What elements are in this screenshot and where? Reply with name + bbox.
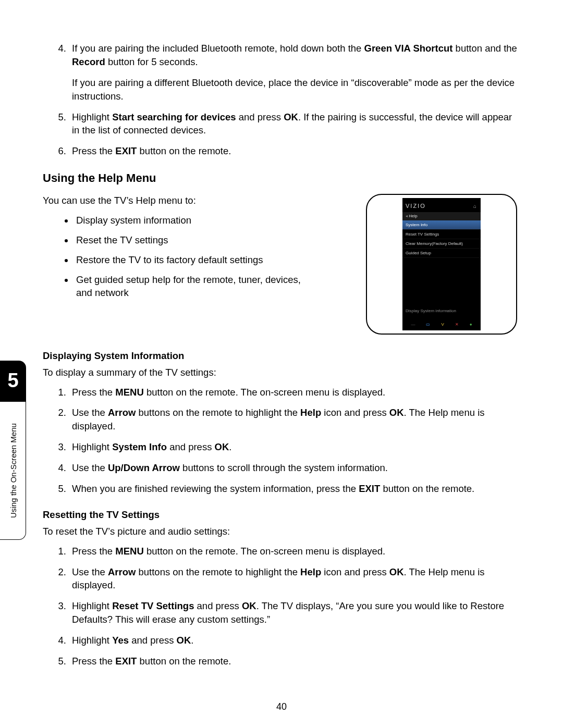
text: button and the — [452, 43, 517, 54]
system-info-steps: Press the MENU button on the remote. The… — [43, 386, 517, 496]
text: Highlight — [72, 441, 112, 452]
menu-row-clear-memory: Clear Memory(Factory Default) — [402, 239, 481, 249]
chapter-number: 5 — [0, 361, 26, 402]
blue-icon: ▭ — [426, 322, 430, 327]
text: and press — [129, 635, 177, 646]
text: buttons on the remote to highlight the — [136, 407, 300, 418]
list-item: Use the Arrow buttons on the remote to h… — [69, 406, 517, 433]
list-item: Highlight Reset TV Settings and press OK… — [69, 599, 517, 626]
text-bold: Arrow — [108, 407, 136, 418]
text-bold: MENU — [115, 546, 143, 557]
text: button on the remote. — [380, 483, 474, 494]
page-number: 40 — [0, 700, 563, 713]
list-item: Press the EXIT button on the remote. — [69, 144, 517, 158]
menu-row-reset-tv: Reset TV Settings — [402, 230, 481, 239]
text: Use the — [72, 462, 108, 473]
subhead-resetting-tv: Resetting the TV Settings — [43, 508, 517, 522]
text-bold: EXIT — [115, 656, 137, 667]
text: Highlight — [72, 600, 112, 611]
text: If you are pairing the included Bluetoot… — [72, 43, 364, 54]
text-bold: Yes — [112, 635, 129, 646]
text: button on the remote. — [137, 145, 231, 156]
tv-button-row: — ▭ V ✕ ● — [402, 319, 481, 328]
text-bold: OK — [389, 407, 404, 418]
list-item: Press the MENU button on the remote. The… — [69, 545, 517, 558]
text: button for 5 seconds. — [105, 56, 198, 67]
tv-screen: VIZIO ⌂ Help System Info Reset TV Settin… — [402, 198, 481, 330]
text: Use the — [72, 407, 108, 418]
text-bold: Help — [300, 407, 321, 418]
text-bold: Help — [300, 566, 321, 577]
list-item: Use the Arrow buttons on the remote to h… — [69, 565, 517, 593]
reset-tv-steps: Press the MENU button on the remote. The… — [43, 545, 517, 668]
page-content: If you are pairing the included Bluetoot… — [43, 42, 517, 681]
list-item: Press the MENU button on the remote. The… — [69, 386, 517, 399]
text: button on the remote. — [137, 656, 231, 667]
text: and press — [167, 441, 215, 452]
text: If you are pairing a different Bluetooth… — [72, 77, 515, 102]
text: and press — [194, 600, 242, 611]
text-bold: System Info — [112, 441, 167, 452]
text: Press the — [72, 387, 115, 398]
text: Press the — [72, 656, 115, 667]
text-bold: EXIT — [359, 483, 380, 494]
text: When you are finished reviewing the syst… — [72, 483, 359, 494]
text: and press — [236, 112, 284, 122]
red-icon: ✕ — [455, 322, 459, 327]
text: button on the remote. The on-screen menu… — [144, 387, 385, 398]
text: icon and press — [321, 566, 389, 577]
text: Highlight — [72, 635, 112, 646]
text: icon and press — [321, 407, 389, 418]
menu-row-guided-setup: Guided Setup — [402, 249, 481, 258]
text-bold: Arrow — [108, 566, 136, 577]
side-tab: 5 Using the On-Screen Menu — [0, 361, 26, 540]
list-item: Use the Up/Down Arrow buttons to scroll … — [69, 461, 517, 475]
text-bold: MENU — [115, 387, 143, 398]
list-item: Get guided setup help for the remote, tu… — [74, 273, 319, 300]
text: button on the remote. The on-screen menu… — [144, 546, 385, 557]
tv-frame: VIZIO ⌂ Help System Info Reset TV Settin… — [366, 194, 517, 335]
text-bold: OK — [215, 441, 229, 452]
tv-brand-bar: VIZIO ⌂ — [402, 200, 481, 212]
text-bold: Start searching for devices — [112, 112, 236, 122]
chapter-label-box: Using the On-Screen Menu — [0, 402, 26, 540]
chapter-label: Using the On-Screen Menu — [7, 423, 18, 518]
list-item: Highlight System Info and press OK. — [69, 440, 517, 454]
home-icon: ⌂ — [473, 203, 478, 210]
green-icon: ● — [470, 322, 472, 327]
list-item: If you are pairing the included Bluetoot… — [69, 42, 517, 103]
pairing-steps-continued: If you are pairing the included Bluetoot… — [43, 42, 517, 158]
text: buttons to scroll through the system inf… — [180, 462, 388, 473]
list-item: Highlight Yes and press OK. — [69, 634, 517, 647]
brand-logo: VIZIO — [406, 202, 426, 210]
text: . — [191, 635, 193, 646]
text-bold: OK — [177, 635, 191, 646]
text-bold: Up/Down Arrow — [108, 462, 180, 473]
menu-hint: Display System information — [402, 305, 481, 319]
sub1-intro: To display a summary of the TV settings: — [43, 366, 517, 379]
text-bold: Green VIA Shortcut — [364, 43, 453, 54]
text: Press the — [72, 145, 115, 156]
text-bold: Record — [72, 56, 105, 67]
text-bold: OK — [242, 600, 256, 611]
yellow-icon: V — [441, 322, 444, 327]
text: Highlight — [72, 112, 112, 122]
subhead-displaying-system-info: Displaying System Information — [43, 349, 517, 363]
heading-help-menu: Using the Help Menu — [43, 170, 517, 187]
breadcrumb: Help — [402, 212, 481, 220]
text-bold: OK — [389, 566, 404, 577]
sub2-intro: To reset the TV’s picture and audio sett… — [43, 525, 517, 538]
text: . — [229, 441, 231, 452]
help-menu-screenshot: VIZIO ⌂ Help System Info Reset TV Settin… — [366, 194, 517, 335]
list-item: Highlight Start searching for devices an… — [69, 110, 517, 138]
text-bold: Reset TV Settings — [112, 600, 194, 611]
text: buttons on the remote to highlight the — [136, 566, 300, 577]
list-item: When you are finished reviewing the syst… — [69, 482, 517, 496]
menu-row-system-info: System Info — [402, 220, 481, 230]
text: Use the — [72, 566, 108, 577]
text: Press the — [72, 546, 115, 557]
text-bold: EXIT — [115, 145, 137, 156]
dash-icon: — — [411, 322, 415, 327]
list-item: Press the EXIT button on the remote. — [69, 655, 517, 668]
text-bold: OK — [284, 112, 298, 122]
